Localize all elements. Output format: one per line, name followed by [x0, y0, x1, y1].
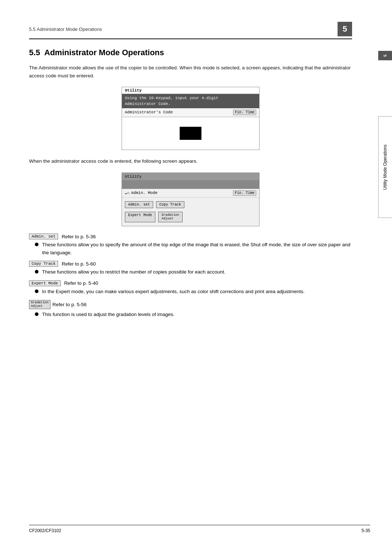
screen2-admin-row: ↵○ Admin. Mode Fin. Time — [122, 189, 259, 198]
screen2-copy-track-btn[interactable]: Copy Track — [156, 201, 184, 208]
ref3-line: Expert Mode Refer to p. 5-40 — [29, 280, 352, 286]
screen2-admin-mode: Admin. Mode — [131, 191, 158, 195]
bullet1-dot — [35, 243, 38, 246]
page-container: 5 Utility Mode Operations 5.5 Administra… — [0, 0, 392, 555]
screen2-fin-time: Fin. Time — [233, 190, 256, 196]
ref2-text: Refer to p. 5-60 — [62, 261, 96, 267]
section-title: 5.5 Administrator Mode Operations — [29, 48, 352, 57]
screen2-buttons-row2: Expert Mode GradationAdjust — [122, 210, 259, 226]
ref4-text: Refer to p. 5-56 — [53, 302, 87, 307]
bullet2-text: These functions allow you to restrict th… — [42, 268, 225, 276]
bullet3-text: In the Expert mode, you can make various… — [42, 288, 305, 296]
screen1-title: Utility — [122, 87, 259, 94]
screen2-admin-label: ↵○ Admin. Mode — [125, 191, 158, 195]
screen2-mockup: Utility ↵○ Admin. Mode Fin. Time Admin. … — [122, 173, 260, 227]
screen1-input-area — [122, 117, 259, 150]
screen2-buttons-row1: Admin. set Copy Track — [122, 198, 259, 210]
ref2-button: Copy Track — [29, 261, 58, 267]
ref1-line: Admin. set Refer to p. 5-36 — [29, 234, 352, 239]
ref1-text: Refer to p. 5-36 — [62, 234, 96, 239]
ref1-button: Admin. set — [29, 234, 58, 239]
screen2-expert-mode-btn[interactable]: Expert Mode — [125, 212, 155, 223]
ref3-button: Expert Mode — [29, 280, 61, 286]
chapter-tab: 5 — [378, 51, 392, 60]
screen1-admin-code-label: Administrator's Code — [125, 110, 173, 114]
bullet2-item: These functions allow you to restrict th… — [35, 268, 352, 276]
ref3-text: Refer to p. 5-40 — [64, 280, 98, 286]
screen1-black-block — [180, 127, 201, 140]
utility-mode-tab: Utility Mode Operations — [378, 116, 392, 218]
main-content: 5.5 Administrator Mode Operations 5 5.5 … — [29, 22, 370, 319]
bullet4-text: This function is used to adjust the grad… — [42, 311, 175, 319]
bullet1-text: These functions allow you to specify the… — [42, 241, 352, 256]
screen1-body: Using the 10-Keypad, input your 4-digit … — [122, 94, 259, 150]
header-section-title: 5.5 Administrator Mode Operations — [29, 27, 102, 32]
screen1-mockup: Utility Using the 10-Keypad, input your … — [122, 87, 260, 150]
ref4-button: GradationAdjust — [29, 300, 50, 309]
bullet4-dot — [35, 312, 38, 316]
chapter-number: 5 — [383, 54, 387, 57]
ref2-line: Copy Track Refer to p. 5-60 — [29, 261, 352, 267]
bullet1-item: These functions allow you to specify the… — [35, 241, 352, 256]
between-paragraph: When the administrator access code is en… — [29, 157, 352, 165]
screen2-gradation-btn[interactable]: GradationAdjust — [158, 212, 183, 223]
screen2-admin-set-btn[interactable]: Admin. set — [125, 201, 153, 208]
screen1-line2: Administrator Code. — [125, 101, 256, 107]
bullet3-item: In the Expert mode, you can make various… — [35, 288, 352, 296]
screen1-highlight: Using the 10-Keypad, input your 4-digit … — [122, 94, 259, 108]
bullet4-item: This function is used to adjust the grad… — [35, 311, 352, 319]
utility-mode-label: Utility Mode Operations — [383, 145, 388, 190]
section-number: 5.5 — [29, 48, 40, 57]
screen2-title: Utility — [122, 173, 259, 180]
page-header: 5.5 Administrator Mode Operations 5 — [29, 22, 352, 39]
bullet3-dot — [35, 289, 38, 293]
screen2-gray — [122, 180, 259, 189]
intro-paragraph: The Administrator mode allows the use of… — [29, 64, 352, 80]
section-heading: Administrator Mode Operations — [44, 48, 164, 57]
screen2-arrow-icon: ↵○ — [125, 191, 130, 195]
footer-page: 5-35 — [362, 528, 370, 533]
screen1-label-row: Administrator's Code Fin. Time — [122, 108, 259, 117]
bullet2-dot — [35, 270, 38, 274]
page-footer: CF2002/CF3102 5-35 — [29, 525, 370, 533]
screen1-fin-time: Fin. Time — [233, 110, 256, 115]
ref4-line: GradationAdjust Refer to p. 5-56 — [29, 300, 352, 309]
screen1-line1: Using the 10-Keypad, input your 4-digit — [125, 96, 256, 101]
footer-model: CF2002/CF3102 — [29, 528, 61, 533]
header-chapter-num: 5 — [338, 22, 352, 36]
